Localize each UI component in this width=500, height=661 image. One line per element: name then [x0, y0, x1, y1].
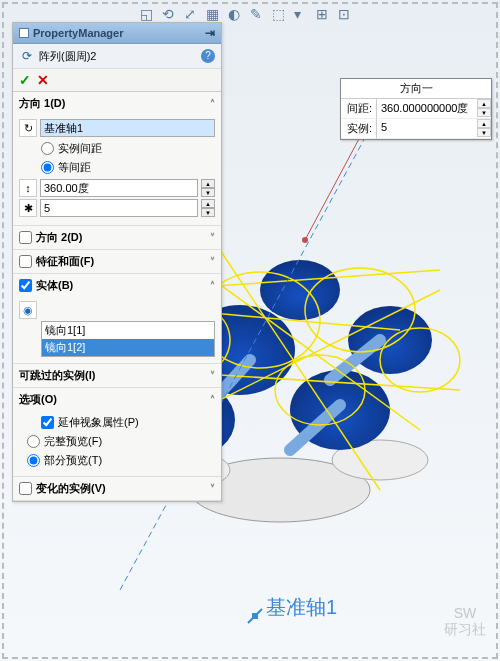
tool-icon[interactable]: ⊞ [316, 6, 332, 22]
svg-point-9 [305, 268, 415, 352]
pm-icon [19, 28, 29, 38]
svg-point-7 [260, 260, 340, 320]
tool-icon[interactable]: ◐ [228, 6, 244, 22]
section-skip: 可跳过的实例(I)˅ [13, 364, 221, 388]
dir2-checkbox[interactable] [19, 231, 32, 244]
chevron-up-icon: ˄ [210, 280, 215, 291]
spin-up[interactable]: ▲ [477, 99, 491, 108]
chevron-down-icon: ˅ [210, 256, 215, 267]
feature-row: ⟳ 阵列(圆周)2 ? [13, 44, 221, 69]
spin-down[interactable]: ▼ [201, 188, 215, 197]
tool-icon[interactable]: ⬚ [272, 6, 288, 22]
section-options: 选项(O)˄ 延伸视象属性(P) 完整预览(F) 部分预览(T) [13, 388, 221, 477]
section-features-faces: 特征和面(F)˅ [13, 250, 221, 274]
radio-full-preview[interactable] [27, 435, 40, 448]
section-direction2: 方向 2(D)˅ [13, 226, 221, 250]
feature-name: 阵列(圆周)2 [39, 49, 96, 64]
spin-up[interactable]: ▲ [477, 119, 491, 128]
radio-instance-spacing[interactable] [41, 142, 54, 155]
callout-count-label: 实例: [341, 119, 377, 139]
count-icon: ✱ [19, 199, 37, 217]
body-icon[interactable]: ◉ [19, 301, 37, 319]
axis-icon[interactable]: ↻ [19, 119, 37, 137]
axis-handle-icon[interactable] [246, 607, 264, 625]
svg-point-12 [380, 328, 460, 392]
section-vary: 变化的实例(V)˅ [13, 477, 221, 501]
count-input[interactable] [40, 199, 198, 217]
axis-label[interactable]: 基准轴1 [266, 594, 337, 621]
callout-spacing-label: 间距: [341, 99, 377, 119]
svg-point-15 [302, 237, 308, 243]
angle-icon: ↕ [19, 179, 37, 197]
chevron-down-icon: ˅ [210, 232, 215, 243]
spin-down[interactable]: ▼ [477, 128, 491, 137]
section-direction1: 方向 1(D)˄ ↻ 实例间距 等间距 ↕ ▲▼ ✱ ▲▼ [13, 92, 221, 226]
callout-count-value[interactable]: 5 [377, 119, 477, 139]
axis-input[interactable] [40, 119, 215, 137]
view-toolbar: ◱ ⟲ ⤢ ▦ ◐ ✎ ⬚ ▾ ⊞ ⊡ [140, 6, 354, 22]
tool-icon[interactable]: ◱ [140, 6, 156, 22]
cancel-button[interactable]: ✕ [37, 72, 49, 88]
callout-title: 方向一 [341, 79, 491, 99]
chevron-up-icon: ˄ [210, 98, 215, 109]
chevron-down-icon: ˅ [210, 370, 215, 381]
pm-title: PropertyManager [33, 27, 123, 39]
tool-icon[interactable]: ✎ [250, 6, 266, 22]
watermark: SW研习社 [444, 606, 486, 637]
ext-visual-checkbox[interactable] [41, 416, 54, 429]
svg-point-2 [332, 440, 428, 480]
confirm-row: ✓ ✕ [13, 69, 221, 92]
help-icon[interactable]: ? [201, 49, 215, 63]
svg-point-4 [290, 370, 390, 450]
featface-checkbox[interactable] [19, 255, 32, 268]
svg-rect-17 [252, 613, 258, 619]
callout-spacing-value[interactable]: 360.000000000度 [377, 99, 477, 119]
radio-partial-preview[interactable] [27, 454, 40, 467]
tool-icon[interactable]: ⤢ [184, 6, 200, 22]
circular-pattern-icon: ⟳ [19, 48, 35, 64]
tool-icon[interactable]: ▾ [294, 6, 310, 22]
list-item[interactable]: 镜向1[1] [42, 322, 214, 339]
svg-point-6 [348, 306, 432, 374]
angle-input[interactable] [40, 179, 198, 197]
bodies-checkbox[interactable] [19, 279, 32, 292]
pm-header: PropertyManager ⇥ [13, 23, 221, 44]
spin-up[interactable]: ▲ [201, 179, 215, 188]
tool-icon[interactable]: ▦ [206, 6, 222, 22]
ok-button[interactable]: ✓ [19, 72, 31, 88]
spin-down[interactable]: ▼ [201, 208, 215, 217]
section-bodies: 实体(B)˄ ◉ 镜向1[1] 镜向1[2] [13, 274, 221, 364]
tool-icon[interactable]: ⟲ [162, 6, 178, 22]
bodies-listbox[interactable]: 镜向1[1] 镜向1[2] [41, 321, 215, 357]
svg-point-11 [275, 355, 365, 425]
list-item[interactable]: 镜向1[2] [42, 339, 214, 356]
chevron-down-icon: ˅ [210, 483, 215, 494]
spin-up[interactable]: ▲ [201, 199, 215, 208]
radio-equal-spacing[interactable] [41, 161, 54, 174]
spin-down[interactable]: ▼ [477, 108, 491, 117]
direction-callout: 方向一 间距: 360.000000000度 ▲▼ 实例: 5 ▲▼ [340, 78, 492, 140]
pin-icon[interactable]: ⇥ [205, 26, 215, 40]
property-manager-panel: PropertyManager ⇥ ⟳ 阵列(圆周)2 ? ✓ ✕ 方向 1(D… [12, 22, 222, 502]
vary-checkbox[interactable] [19, 482, 32, 495]
chevron-up-icon: ˄ [210, 394, 215, 405]
tool-icon[interactable]: ⊡ [338, 6, 354, 22]
